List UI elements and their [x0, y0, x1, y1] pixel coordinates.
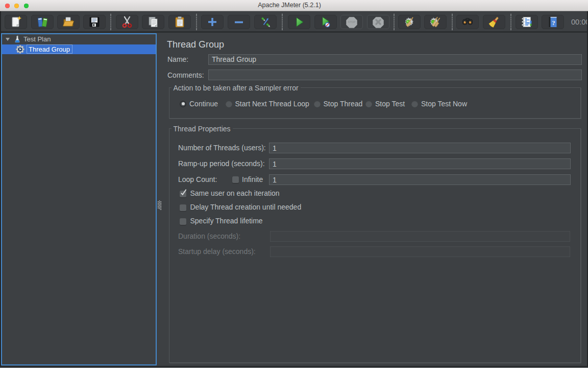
svg-text:STOP: STOP: [348, 20, 355, 24]
search-reset-button[interactable]: [483, 15, 505, 29]
radio-continue[interactable]: Continue: [180, 100, 218, 108]
same-user-checkbox[interactable]: [180, 191, 186, 197]
loop-count-input[interactable]: 1: [269, 174, 571, 185]
tree-item-test-plan[interactable]: Test Plan: [2, 34, 156, 44]
zoom-button[interactable]: [24, 4, 29, 8]
toolbar-separator: [510, 14, 511, 30]
duration-input[interactable]: [270, 231, 570, 242]
paste-icon: [173, 15, 186, 29]
clear-all-button[interactable]: [424, 15, 447, 29]
radio-icon: [314, 101, 321, 107]
cut-icon: [120, 15, 134, 29]
rampup-input[interactable]: 1: [269, 158, 571, 169]
toolbar-separator: [452, 14, 453, 30]
help-button[interactable]: ?: [542, 15, 564, 29]
new-file-icon: [9, 15, 22, 29]
templates-button[interactable]: [31, 15, 54, 29]
collapse-caret-icon[interactable]: [6, 38, 10, 41]
start-icon: [292, 15, 306, 29]
window-titlebar: Apache JMeter (5.2.1): [0, 0, 588, 11]
thread-lifetime-checkbox[interactable]: [180, 218, 186, 225]
comments-input[interactable]: [208, 70, 582, 80]
toolbar-divider: [0, 31, 588, 33]
clear-icon: [403, 15, 416, 29]
templates-icon: [36, 15, 49, 29]
name-input[interactable]: Thread Group: [208, 54, 582, 65]
loop-count-label: Loop Count:: [178, 175, 217, 183]
window-title: Apache JMeter (5.2.1): [218, 0, 361, 11]
stop-button[interactable]: STOP: [340, 15, 363, 29]
startup-delay-input[interactable]: [270, 246, 570, 257]
infinite-checkbox[interactable]: [232, 176, 239, 183]
num-threads-input[interactable]: 1: [269, 143, 571, 153]
splitter-grip[interactable]: [158, 200, 161, 210]
toolbar-separator: [282, 14, 283, 30]
name-value: Thread Group: [209, 55, 256, 63]
radio-stop-test-now[interactable]: Stop Test Now: [411, 100, 467, 108]
test-plan-flask-icon: [13, 35, 21, 43]
tree-item-thread-group[interactable]: Thread Group: [2, 44, 156, 55]
jmeter-window: Apache JMeter (5.2.1): [0, 0, 588, 368]
thread-group-gear-icon: [16, 45, 24, 54]
save-icon: [88, 15, 101, 29]
add-icon: [206, 15, 219, 29]
thread-properties-legend: Thread Properties: [172, 125, 233, 133]
comments-label: Comments:: [167, 71, 204, 79]
delay-thread-label: Delay Thread creation until needed: [190, 203, 302, 211]
function-helper-button[interactable]: [516, 15, 538, 29]
minimize-button[interactable]: [14, 4, 19, 8]
copy-button[interactable]: [142, 15, 164, 29]
toolbar-separator: [394, 14, 395, 30]
tree-selected-label-box: Thread Group: [27, 44, 72, 54]
close-button[interactable]: [5, 4, 10, 8]
stop-icon: STOP: [345, 15, 358, 29]
test-timer: 00:00:00: [571, 15, 588, 29]
new-file-button[interactable]: [5, 15, 27, 29]
infinite-label: Infinite: [242, 175, 263, 183]
svg-text:?: ?: [552, 19, 555, 27]
search-reset-icon: [487, 15, 501, 29]
paste-button[interactable]: [168, 15, 191, 29]
window-edge-bottom: [0, 366, 588, 368]
window-edge-left: [0, 11, 1, 368]
radio-icon: [411, 101, 418, 107]
radio-start-next-thread-loop[interactable]: Start Next Thread Loop: [226, 100, 309, 108]
test-plan-tree: Test Plan Thread Group: [1, 33, 157, 365]
toolbar-separator: [110, 14, 111, 30]
function-helper-icon: [520, 15, 533, 29]
startup-delay-label: Startup delay (seconds):: [178, 247, 256, 256]
radio-stop-test[interactable]: Stop Test: [365, 100, 405, 108]
delay-thread-checkbox[interactable]: [180, 204, 186, 211]
clear-button[interactable]: [398, 15, 421, 29]
add-button[interactable]: [201, 15, 224, 29]
toggle-icon: [259, 15, 272, 29]
rampup-label: Ramp-up period (seconds):: [178, 159, 265, 168]
search-button[interactable]: [456, 15, 479, 29]
tree-item-label: Thread Group: [29, 45, 70, 53]
start-no-timers-icon: [319, 15, 332, 29]
thread-lifetime-label: Specify Thread lifetime: [190, 217, 263, 225]
duration-label: Duration (seconds):: [178, 232, 240, 240]
num-threads-label: Number of Threads (users):: [178, 144, 266, 152]
remove-button[interactable]: [228, 15, 250, 29]
remove-icon: [232, 15, 246, 29]
radio-icon: [226, 101, 232, 107]
radio-stop-thread[interactable]: Stop Thread: [314, 100, 363, 108]
start-button[interactable]: [288, 15, 310, 29]
toolbar-separator: [196, 14, 197, 30]
shutdown-button[interactable]: [367, 15, 389, 29]
open-file-button[interactable]: [57, 15, 80, 29]
search-icon: [461, 15, 474, 29]
radio-icon: [365, 101, 372, 107]
open-file-icon: [62, 15, 75, 29]
checkmark-icon: [179, 189, 187, 197]
save-button[interactable]: [83, 15, 106, 29]
toggle-button[interactable]: [254, 15, 277, 29]
cut-button[interactable]: [116, 15, 138, 29]
shutdown-icon: [372, 15, 385, 29]
start-no-timers-button[interactable]: [314, 15, 337, 29]
same-user-label: Same user on each iteration: [190, 189, 280, 197]
clear-all-icon: [429, 15, 442, 29]
tree-item-label: Test Plan: [23, 35, 51, 43]
toolbar: STOP: [0, 12, 588, 31]
